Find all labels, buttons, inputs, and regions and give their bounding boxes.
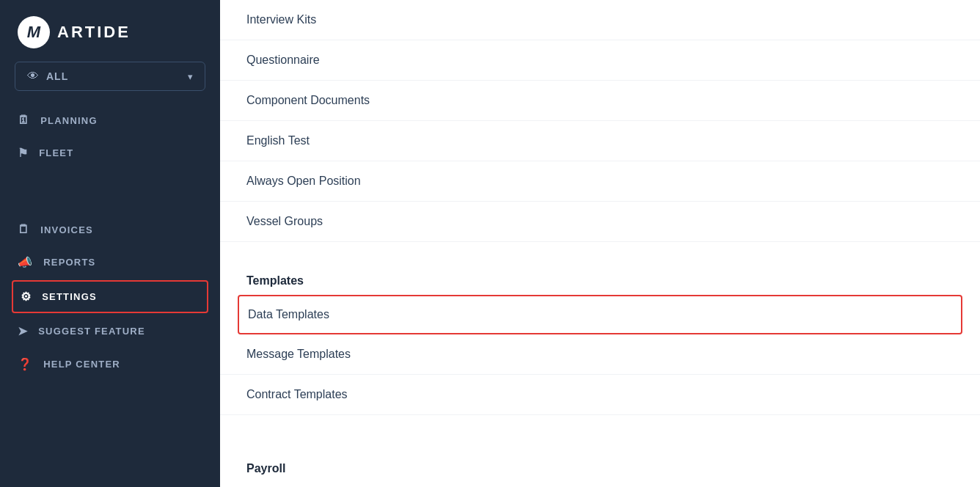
contract-templates-label: Contract Templates: [246, 388, 348, 400]
menu-item-contract-templates[interactable]: Contract Templates: [220, 375, 980, 415]
templates-menu-list: Data Templates Message Templates Contrac…: [220, 295, 980, 415]
logo-area: M ARTIDE: [0, 0, 220, 62]
sidebar-item-planning[interactable]: 🗓 PLANNING: [0, 104, 220, 136]
english-test-label: English Test: [246, 134, 310, 147]
chevron-down-icon: ▾: [188, 71, 193, 82]
logo-m-letter: M: [27, 23, 40, 42]
divider-1: [220, 242, 980, 257]
sidebar-item-help[interactable]: ❓ HELP CENTER: [0, 348, 220, 381]
planning-label: PLANNING: [40, 115, 98, 126]
menu-item-message-templates[interactable]: Message Templates: [220, 334, 980, 375]
vessel-groups-label: Vessel Groups: [246, 215, 323, 227]
menu-item-always-open-position[interactable]: Always Open Position: [220, 161, 980, 202]
top-menu-list: Interview Kits Questionnaire Component D…: [220, 0, 980, 242]
sidebar-item-fleet[interactable]: ⚑ FLEET: [0, 136, 220, 169]
main-content: Interview Kits Questionnaire Component D…: [220, 0, 980, 487]
invoices-label: INVOICES: [40, 224, 93, 235]
settings-gear-icon: ⚙: [21, 290, 32, 304]
fleet-label: FLEET: [39, 147, 73, 158]
settings-label: SETTINGS: [42, 291, 97, 302]
reports-icon: 📣: [18, 255, 33, 269]
payroll-section-header: Payroll: [220, 444, 980, 483]
sidebar-item-invoices[interactable]: 🗒 INVOICES: [0, 213, 220, 246]
eye-icon: 👁: [27, 70, 39, 83]
suggest-label: SUGGEST FEATURE: [38, 326, 145, 337]
menu-item-english-test[interactable]: English Test: [220, 121, 980, 161]
menu-item-interview-kits[interactable]: Interview Kits: [220, 0, 980, 40]
menu-item-vessel-groups[interactable]: Vessel Groups: [220, 202, 980, 242]
all-dropdown-label: ALL: [46, 70, 68, 82]
divider-3: [220, 430, 980, 444]
sidebar-item-suggest[interactable]: ➤ SUGGEST FEATURE: [0, 315, 220, 348]
divider-2: [220, 415, 980, 430]
calendar-icon: 🗓: [18, 114, 30, 127]
reports-label: REPORTS: [43, 257, 95, 268]
sidebar-item-settings[interactable]: ⚙ SETTINGS: [12, 280, 208, 313]
always-open-position-label: Always Open Position: [246, 175, 361, 187]
menu-item-questionnaire[interactable]: Questionnaire: [220, 40, 980, 81]
main-nav: 🗓 PLANNING ⚑ FLEET 🗒 INVOICES 📣 REPORTS …: [0, 104, 220, 381]
questionnaire-label: Questionnaire: [246, 54, 320, 66]
invoice-icon: 🗒: [18, 223, 30, 236]
help-label: HELP CENTER: [43, 359, 120, 370]
logo-text: ARTIDE: [57, 23, 131, 42]
suggest-icon: ➤: [18, 324, 28, 338]
sidebar-item-reports[interactable]: 📣 REPORTS: [0, 246, 220, 279]
data-templates-label: Data Templates: [248, 308, 329, 321]
menu-item-component-documents[interactable]: Component Documents: [220, 81, 980, 121]
component-documents-label: Component Documents: [246, 94, 370, 106]
interview-kits-label: Interview Kits: [246, 13, 316, 26]
flag-icon: ⚑: [18, 146, 29, 160]
logo-icon: M: [18, 16, 50, 48]
message-templates-label: Message Templates: [246, 348, 351, 360]
all-dropdown[interactable]: 👁 ALL ▾: [15, 62, 205, 91]
sidebar: M ARTIDE 👁 ALL ▾ 🗓 PLANNING ⚑ FLEET 🗒 IN…: [0, 0, 220, 487]
templates-section-header: Templates: [220, 257, 980, 295]
help-icon: ❓: [18, 357, 33, 371]
menu-item-data-templates[interactable]: Data Templates: [238, 295, 962, 334]
